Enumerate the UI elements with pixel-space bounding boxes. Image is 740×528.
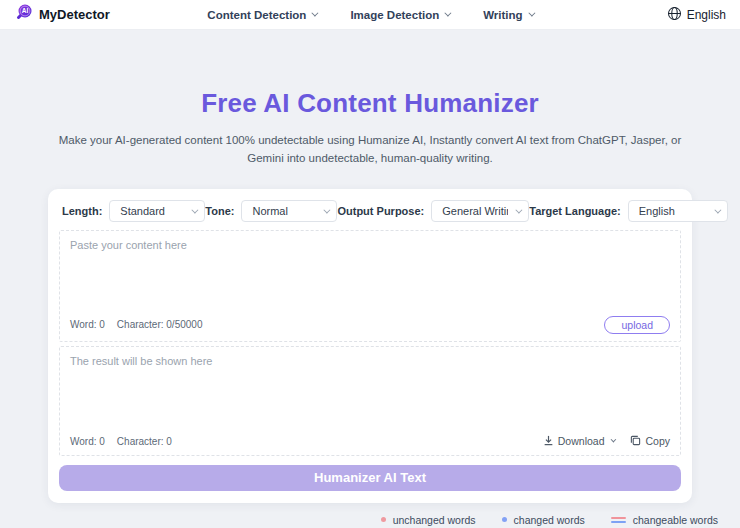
output-purpose-select[interactable]: General Writing — [431, 200, 529, 222]
copy-icon — [630, 435, 641, 448]
nav-label: Writing — [483, 9, 522, 21]
legend: unchanged words changed words changeable… — [0, 503, 740, 526]
output-actions: Download Copy — [543, 435, 670, 448]
target-language-select[interactable]: English — [628, 200, 728, 222]
chevron-down-icon — [611, 437, 617, 443]
nav-image-detection[interactable]: Image Detection — [350, 9, 449, 21]
upload-button[interactable]: upload — [604, 316, 670, 334]
brand-name: MyDetector — [39, 7, 110, 22]
input-word-count: Word: 0 — [70, 319, 105, 330]
tone-label: Tone: — [205, 205, 234, 217]
legend-changeable-words: changeable words — [611, 514, 718, 526]
content-input[interactable]: Paste your content here — [60, 231, 680, 311]
chevron-down-icon — [714, 206, 721, 213]
legend-label: unchanged words — [393, 514, 476, 526]
humanize-ai-text-button[interactable]: Humanizer AI Text — [59, 465, 681, 491]
svg-text:AI: AI — [22, 7, 29, 14]
language-selector[interactable]: English — [556, 6, 726, 24]
output-word-count: Word: 0 — [70, 436, 105, 447]
input-char-count: Character: 0/50000 — [117, 319, 203, 330]
chevron-down-icon — [445, 10, 452, 17]
magnifier-ai-logo-icon: AI — [14, 3, 34, 27]
nav-label: Content Detection — [207, 9, 306, 21]
output-purpose-label: Output Purpose: — [337, 205, 424, 217]
tone-value: Normal — [252, 205, 287, 217]
tone-control: Tone: Normal — [205, 200, 337, 222]
page-title: Free AI Content Humanizer — [0, 88, 740, 119]
length-value: Standard — [120, 205, 165, 217]
output-counts: Word: 0 Character: 0 — [70, 436, 172, 447]
length-label: Length: — [62, 205, 102, 217]
changed-words-dot-icon — [502, 517, 507, 522]
copy-label: Copy — [645, 435, 670, 447]
legend-changed-words: changed words — [502, 514, 585, 526]
top-navbar: AI MyDetector Content Detection Image De… — [0, 0, 740, 30]
nav-writing[interactable]: Writing — [483, 9, 532, 21]
copy-button[interactable]: Copy — [630, 435, 670, 448]
brand-logo[interactable]: AI MyDetector — [14, 3, 184, 27]
download-icon — [543, 435, 554, 448]
chevron-down-icon — [324, 206, 331, 213]
input-panel-footer: Word: 0 Character: 0/50000 upload — [60, 311, 680, 341]
input-panel: Paste your content here Word: 0 Characte… — [59, 230, 681, 342]
language-label: English — [687, 8, 726, 22]
download-label: Download — [558, 435, 605, 447]
target-language-value: English — [639, 205, 675, 217]
length-control: Length: Standard — [62, 200, 205, 222]
legend-label: changeable words — [633, 514, 718, 526]
page-subtitle: Make your AI-generated content 100% unde… — [43, 132, 698, 168]
controls-row: Length: Standard Tone: Normal Output Pur… — [59, 198, 681, 230]
target-language-label: Target Language: — [529, 205, 620, 217]
output-purpose-value: General Writing — [442, 205, 508, 217]
length-select[interactable]: Standard — [109, 200, 205, 222]
input-counts: Word: 0 Character: 0/50000 — [70, 319, 202, 330]
humanizer-card: Length: Standard Tone: Normal Output Pur… — [48, 189, 692, 503]
result-output: The result will be shown here — [60, 347, 680, 430]
changeable-words-lines-icon — [611, 517, 626, 523]
unchanged-words-dot-icon — [381, 517, 386, 522]
chevron-down-icon — [312, 10, 319, 17]
output-panel-footer: Word: 0 Character: 0 Download — [60, 430, 680, 455]
tone-select[interactable]: Normal — [241, 200, 337, 222]
output-panel: The result will be shown here Word: 0 Ch… — [59, 346, 681, 456]
output-char-count: Character: 0 — [117, 436, 172, 447]
nav-content-detection[interactable]: Content Detection — [207, 9, 316, 21]
download-button[interactable]: Download — [543, 435, 615, 448]
chevron-down-icon — [192, 206, 199, 213]
target-language-control: Target Language: English — [529, 200, 727, 222]
legend-label: changed words — [514, 514, 585, 526]
main-nav: Content Detection Image Detection Writin… — [184, 9, 556, 21]
nav-label: Image Detection — [350, 9, 439, 21]
output-purpose-control: Output Purpose: General Writing — [337, 200, 529, 222]
globe-icon — [667, 6, 682, 24]
legend-unchanged-words: unchanged words — [381, 514, 476, 526]
chevron-down-icon — [516, 206, 523, 213]
hero-section: Free AI Content Humanizer Make your AI-g… — [0, 30, 740, 168]
chevron-down-icon — [528, 10, 535, 17]
